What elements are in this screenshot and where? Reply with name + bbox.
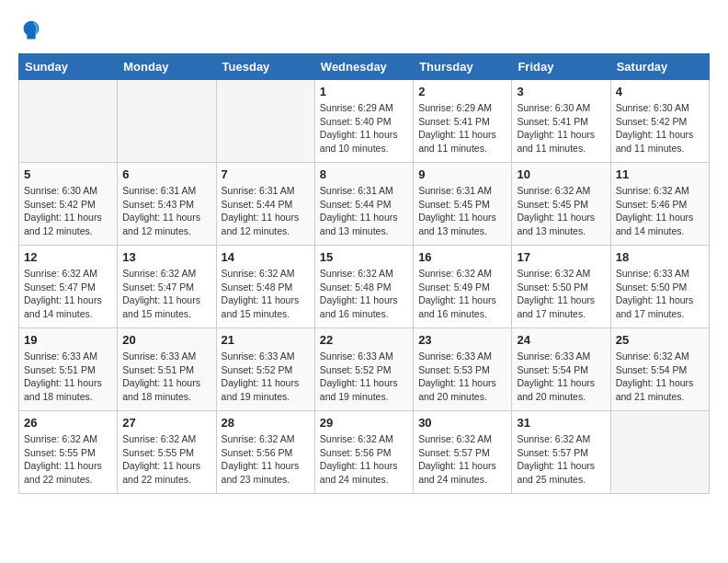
day-number: 14 [222, 250, 310, 264]
calendar-day-18: 18Sunrise: 6:33 AM Sunset: 5:50 PM Dayli… [610, 246, 709, 328]
day-info: Sunrise: 6:32 AM Sunset: 5:48 PM Dayligh… [222, 267, 310, 321]
day-info: Sunrise: 6:32 AM Sunset: 5:45 PM Dayligh… [517, 184, 605, 238]
day-number: 24 [517, 333, 605, 347]
day-info: Sunrise: 6:33 AM Sunset: 5:53 PM Dayligh… [418, 350, 506, 404]
calendar-header-row: SundayMondayTuesdayWednesdayThursdayFrid… [19, 54, 710, 80]
calendar-day-12: 12Sunrise: 6:32 AM Sunset: 5:47 PM Dayli… [19, 246, 118, 328]
calendar-day-empty [610, 411, 709, 494]
day-info: Sunrise: 6:31 AM Sunset: 5:44 PM Dayligh… [320, 184, 408, 238]
day-info: Sunrise: 6:33 AM Sunset: 5:54 PM Dayligh… [517, 350, 605, 404]
calendar-day-27: 27Sunrise: 6:32 AM Sunset: 5:55 PM Dayli… [118, 411, 216, 494]
calendar-day-7: 7Sunrise: 6:31 AM Sunset: 5:44 PM Daylig… [216, 163, 314, 246]
day-number: 27 [122, 416, 210, 430]
day-number: 22 [320, 333, 408, 347]
day-info: Sunrise: 6:32 AM Sunset: 5:47 PM Dayligh… [24, 267, 112, 321]
day-header-sunday: Sunday [19, 54, 118, 80]
logo-icon [18, 18, 44, 44]
day-number: 1 [320, 85, 408, 98]
day-info: Sunrise: 6:32 AM Sunset: 5:56 PM Dayligh… [222, 432, 310, 487]
calendar-week-row: 1Sunrise: 6:29 AM Sunset: 5:40 PM Daylig… [19, 80, 710, 163]
calendar-day-empty [19, 80, 118, 163]
day-info: Sunrise: 6:32 AM Sunset: 5:54 PM Dayligh… [616, 350, 704, 404]
day-info: Sunrise: 6:32 AM Sunset: 5:47 PM Dayligh… [122, 267, 210, 321]
logo [18, 18, 48, 44]
day-header-tuesday: Tuesday [216, 54, 314, 80]
day-number: 6 [122, 167, 210, 181]
day-number: 8 [320, 167, 408, 181]
calendar-day-26: 26Sunrise: 6:32 AM Sunset: 5:55 PM Dayli… [19, 411, 118, 494]
day-number: 19 [24, 333, 112, 347]
calendar-day-17: 17Sunrise: 6:32 AM Sunset: 5:50 PM Dayli… [512, 246, 610, 328]
day-info: Sunrise: 6:30 AM Sunset: 5:41 PM Dayligh… [517, 101, 605, 155]
calendar-day-empty [118, 80, 216, 163]
calendar-day-11: 11Sunrise: 6:32 AM Sunset: 5:46 PM Dayli… [610, 163, 709, 246]
calendar-day-2: 2Sunrise: 6:29 AM Sunset: 5:41 PM Daylig… [414, 80, 512, 163]
day-number: 20 [122, 333, 210, 347]
calendar-day-30: 30Sunrise: 6:32 AM Sunset: 5:57 PM Dayli… [414, 411, 512, 494]
calendar-week-row: 5Sunrise: 6:30 AM Sunset: 5:42 PM Daylig… [19, 163, 710, 246]
day-info: Sunrise: 6:30 AM Sunset: 5:42 PM Dayligh… [24, 184, 112, 238]
day-info: Sunrise: 6:30 AM Sunset: 5:42 PM Dayligh… [616, 101, 704, 155]
day-number: 21 [222, 333, 310, 347]
calendar-day-empty [216, 80, 314, 163]
day-header-monday: Monday [118, 54, 216, 80]
calendar-table: SundayMondayTuesdayWednesdayThursdayFrid… [18, 53, 710, 494]
calendar-day-29: 29Sunrise: 6:32 AM Sunset: 5:56 PM Dayli… [314, 411, 413, 494]
day-info: Sunrise: 6:33 AM Sunset: 5:52 PM Dayligh… [320, 350, 408, 404]
calendar-day-14: 14Sunrise: 6:32 AM Sunset: 5:48 PM Dayli… [216, 246, 314, 328]
calendar-week-row: 12Sunrise: 6:32 AM Sunset: 5:47 PM Dayli… [19, 246, 710, 328]
day-number: 15 [320, 250, 408, 264]
day-number: 12 [24, 250, 112, 264]
day-info: Sunrise: 6:32 AM Sunset: 5:46 PM Dayligh… [616, 184, 704, 238]
day-number: 26 [24, 416, 112, 430]
day-number: 10 [517, 167, 605, 181]
day-info: Sunrise: 6:33 AM Sunset: 5:52 PM Dayligh… [222, 350, 310, 404]
day-info: Sunrise: 6:33 AM Sunset: 5:51 PM Dayligh… [122, 350, 210, 404]
day-header-thursday: Thursday [414, 54, 512, 80]
day-info: Sunrise: 6:31 AM Sunset: 5:43 PM Dayligh… [122, 184, 210, 238]
calendar-day-25: 25Sunrise: 6:32 AM Sunset: 5:54 PM Dayli… [610, 328, 709, 411]
day-info: Sunrise: 6:29 AM Sunset: 5:41 PM Dayligh… [418, 101, 506, 155]
calendar-day-22: 22Sunrise: 6:33 AM Sunset: 5:52 PM Dayli… [314, 328, 413, 411]
day-number: 9 [418, 167, 506, 181]
day-number: 23 [418, 333, 506, 347]
day-number: 17 [517, 250, 605, 264]
calendar-day-19: 19Sunrise: 6:33 AM Sunset: 5:51 PM Dayli… [19, 328, 118, 411]
day-number: 30 [418, 416, 506, 430]
calendar-day-6: 6Sunrise: 6:31 AM Sunset: 5:43 PM Daylig… [118, 163, 216, 246]
calendar-day-9: 9Sunrise: 6:31 AM Sunset: 5:45 PM Daylig… [414, 163, 512, 246]
calendar-day-16: 16Sunrise: 6:32 AM Sunset: 5:49 PM Dayli… [414, 246, 512, 328]
calendar-day-8: 8Sunrise: 6:31 AM Sunset: 5:44 PM Daylig… [314, 163, 413, 246]
calendar-day-31: 31Sunrise: 6:32 AM Sunset: 5:57 PM Dayli… [512, 411, 610, 494]
day-number: 7 [222, 167, 310, 181]
calendar-week-row: 19Sunrise: 6:33 AM Sunset: 5:51 PM Dayli… [19, 328, 710, 411]
day-info: Sunrise: 6:32 AM Sunset: 5:57 PM Dayligh… [418, 432, 506, 487]
day-info: Sunrise: 6:32 AM Sunset: 5:55 PM Dayligh… [24, 432, 112, 487]
day-number: 5 [24, 167, 112, 181]
day-header-saturday: Saturday [610, 54, 709, 80]
calendar-day-20: 20Sunrise: 6:33 AM Sunset: 5:51 PM Dayli… [118, 328, 216, 411]
day-header-wednesday: Wednesday [314, 54, 413, 80]
day-number: 4 [616, 85, 704, 98]
day-info: Sunrise: 6:29 AM Sunset: 5:40 PM Dayligh… [320, 101, 408, 155]
day-info: Sunrise: 6:31 AM Sunset: 5:45 PM Dayligh… [418, 184, 506, 238]
day-info: Sunrise: 6:32 AM Sunset: 5:55 PM Dayligh… [122, 432, 210, 487]
calendar-day-28: 28Sunrise: 6:32 AM Sunset: 5:56 PM Dayli… [216, 411, 314, 494]
day-info: Sunrise: 6:32 AM Sunset: 5:57 PM Dayligh… [517, 432, 605, 487]
calendar-day-13: 13Sunrise: 6:32 AM Sunset: 5:47 PM Dayli… [118, 246, 216, 328]
day-number: 31 [517, 416, 605, 430]
calendar-day-21: 21Sunrise: 6:33 AM Sunset: 5:52 PM Dayli… [216, 328, 314, 411]
day-number: 25 [616, 333, 704, 347]
day-info: Sunrise: 6:32 AM Sunset: 5:50 PM Dayligh… [517, 267, 605, 321]
day-number: 11 [616, 167, 704, 181]
day-number: 28 [222, 416, 310, 430]
day-number: 3 [517, 85, 605, 98]
day-info: Sunrise: 6:32 AM Sunset: 5:49 PM Dayligh… [418, 267, 506, 321]
calendar-day-24: 24Sunrise: 6:33 AM Sunset: 5:54 PM Dayli… [512, 328, 610, 411]
day-number: 13 [122, 250, 210, 264]
day-header-friday: Friday [512, 54, 610, 80]
calendar-day-3: 3Sunrise: 6:30 AM Sunset: 5:41 PM Daylig… [512, 80, 610, 163]
calendar-week-row: 26Sunrise: 6:32 AM Sunset: 5:55 PM Dayli… [19, 411, 710, 494]
page-header [18, 18, 710, 44]
day-number: 29 [320, 416, 408, 430]
